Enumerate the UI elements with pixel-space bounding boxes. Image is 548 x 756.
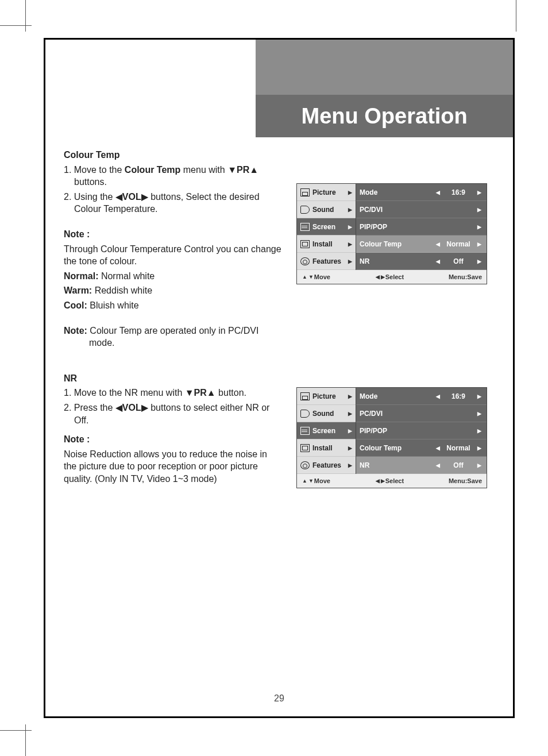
osd-left-install: Install▶ xyxy=(297,439,356,457)
osd-left-features: Features▶ xyxy=(297,457,356,474)
osd-left-features: Features▶ xyxy=(297,253,356,270)
crop-mark xyxy=(25,724,26,756)
screen-icon xyxy=(300,427,310,435)
osd-left-sound: Sound▶ xyxy=(297,405,356,422)
features-icon xyxy=(300,461,310,469)
osd-left-picture: Picture▶ xyxy=(297,184,356,201)
note-line: Note: Colour Temp are operated only in P… xyxy=(64,325,282,349)
page-title: Menu Operation xyxy=(256,95,513,137)
osd-menu-colour-temp: Picture▶ Sound▶ Screen▶ Install▶ xyxy=(296,183,487,284)
osd-right-pcdvi: PC/DVI ▶ xyxy=(356,405,487,422)
picture-icon xyxy=(300,392,310,400)
install-icon xyxy=(300,444,310,452)
osd-right-pippop: PIP/POP ▶ xyxy=(356,422,487,439)
note-line: Normal: Normal white xyxy=(64,270,282,283)
crop-mark xyxy=(25,0,26,32)
osd-right-pcdvi: PC/DVI ▶ xyxy=(356,201,487,218)
picture-icon xyxy=(300,188,310,196)
osd-right-colour-temp: Colour Temp ◀Normal▶ xyxy=(356,439,487,457)
features-icon xyxy=(300,257,310,265)
osd-right-mode: Mode ◀16:9▶ xyxy=(356,388,487,405)
sound-icon xyxy=(300,206,310,214)
osd-left-sound: Sound▶ xyxy=(297,201,356,218)
osd-right-colour-temp: Colour Temp ◀Normal▶ xyxy=(356,236,487,253)
page-sheet: Menu Operation Colour Temp 1. Move to th… xyxy=(44,38,515,718)
osd-right-nr: NR ◀Off▶ xyxy=(356,457,487,474)
page-number: 29 xyxy=(45,693,513,704)
note-heading: Note : xyxy=(64,228,282,241)
crop-mark xyxy=(516,0,516,32)
step-text: 2. Press the ◀VOL▶ buttons to select eit… xyxy=(64,402,282,426)
osd-left-install: Install▶ xyxy=(297,236,356,253)
osd-menu-nr: Picture▶ Sound▶ Screen▶ Install▶ xyxy=(296,387,487,488)
osd-right-pippop: PIP/POP ▶ xyxy=(356,218,487,236)
note-text: Noise Reduction allows you to reduce the… xyxy=(64,448,282,485)
note-line: Cool: Bluish white xyxy=(64,299,282,312)
step-text: 1. Move to the Colour Temp menu with ▼PR… xyxy=(64,164,282,188)
note-heading: Note : xyxy=(64,433,282,446)
step-text: 2. Using the ◀VOL▶ buttons, Select the d… xyxy=(64,191,282,215)
crop-mark xyxy=(0,25,32,26)
osd-left-screen: Screen▶ xyxy=(297,218,356,236)
section-heading-colour-temp: Colour Temp xyxy=(64,149,282,161)
osd-left-picture: Picture▶ xyxy=(297,388,356,405)
note-line: Warm: Reddish white xyxy=(64,284,282,297)
osd-footer: ▲▼Move ◀▶Select Menu:Save xyxy=(297,270,487,284)
crop-mark xyxy=(0,730,32,731)
install-icon xyxy=(300,240,310,248)
osd-right-nr: NR ◀Off▶ xyxy=(356,253,487,270)
sound-icon xyxy=(300,410,310,418)
step-text: 1. Move to the NR menu with ▼PR▲ button. xyxy=(64,387,282,399)
osd-right-mode: Mode ◀16:9▶ xyxy=(356,184,487,201)
osd-left-screen: Screen▶ xyxy=(297,422,356,439)
note-text: Through Colour Temperature Control you c… xyxy=(64,243,282,268)
screen-icon xyxy=(300,223,310,231)
section-heading-nr: NR xyxy=(64,372,282,385)
osd-footer: ▲▼Move ◀▶Select Menu:Save xyxy=(297,474,487,488)
